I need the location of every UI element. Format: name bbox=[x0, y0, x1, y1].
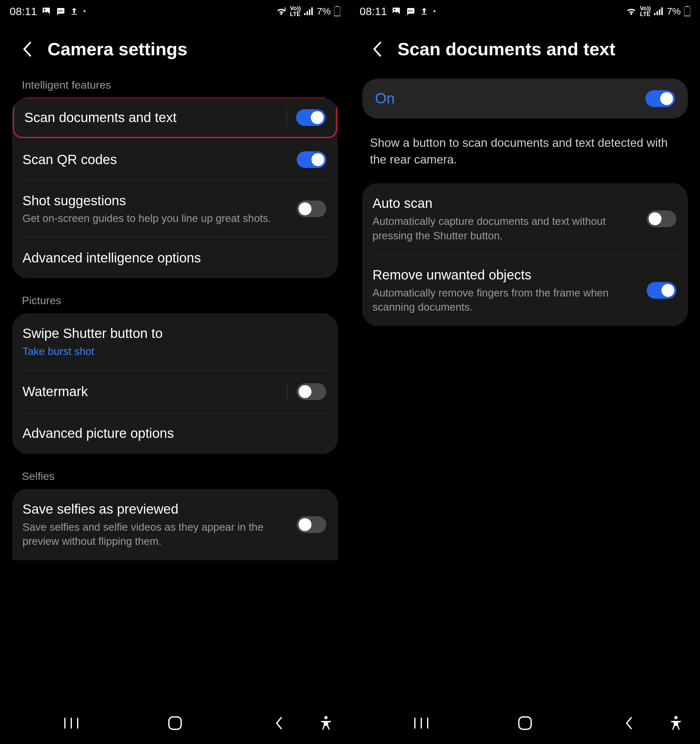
row-scan-docs[interactable]: Scan documents and text bbox=[14, 98, 336, 137]
section-selfies-label: Selfies bbox=[0, 470, 350, 489]
card-selfies: Save selfies as previewed Save selfies a… bbox=[12, 489, 338, 560]
save-selfies-sub: Save selfies and selfie videos as they a… bbox=[22, 520, 290, 549]
card-intelligent: Scan documents and text Scan QR codes Sh… bbox=[12, 98, 338, 278]
svg-point-19 bbox=[408, 10, 409, 12]
scan-docs-title: Scan documents and text bbox=[24, 109, 277, 126]
toggle-watermark[interactable] bbox=[297, 383, 326, 400]
swipe-title: Swipe Shutter button to bbox=[22, 325, 320, 342]
svg-point-1 bbox=[44, 9, 46, 10]
toggle-shot-sug[interactable] bbox=[297, 201, 326, 217]
nav-recents[interactable] bbox=[410, 712, 432, 734]
wifi-icon bbox=[276, 7, 287, 16]
toggle-master[interactable] bbox=[645, 90, 675, 107]
auto-scan-title: Auto scan bbox=[373, 195, 640, 212]
divider bbox=[287, 108, 287, 127]
toggle-scan-qr[interactable] bbox=[297, 151, 326, 168]
toggle-scan-docs[interactable] bbox=[296, 109, 325, 126]
highlight-scan-docs: Scan documents and text bbox=[13, 98, 337, 138]
svg-rect-28 bbox=[685, 15, 690, 16]
back-button[interactable] bbox=[369, 42, 385, 57]
svg-rect-5 bbox=[304, 13, 306, 15]
header: Scan documents and text bbox=[350, 22, 700, 79]
upload-icon bbox=[70, 6, 79, 16]
svg-rect-25 bbox=[661, 7, 663, 15]
feature-description: Show a button to scan documents and text… bbox=[350, 125, 700, 183]
volte-icon: Vo))LTE bbox=[640, 6, 651, 17]
swipe-sub: Take burst shot bbox=[22, 344, 320, 359]
svg-point-33 bbox=[674, 716, 678, 719]
card-scan-options: Auto scan Automatically capture document… bbox=[362, 183, 688, 326]
gallery-icon bbox=[391, 6, 401, 16]
row-auto-scan[interactable]: Auto scan Automatically capture document… bbox=[362, 183, 688, 254]
svg-point-20 bbox=[410, 10, 411, 12]
volte-icon: Vo))LTE bbox=[290, 6, 301, 17]
nav-recents[interactable] bbox=[60, 712, 83, 734]
signal-icon bbox=[654, 7, 664, 15]
row-swipe-shutter[interactable]: Swipe Shutter button to Take burst shot bbox=[12, 313, 338, 370]
messages-icon bbox=[55, 6, 65, 16]
toggle-save-selfies[interactable] bbox=[297, 516, 326, 533]
svg-point-4 bbox=[61, 10, 62, 12]
master-label: On bbox=[375, 89, 639, 108]
card-pictures: Swipe Shutter button to Take burst shot … bbox=[12, 313, 338, 454]
phone-right: 08:11 • Vo))LTE 7% Scan documents and te… bbox=[350, 0, 700, 744]
svg-rect-15 bbox=[169, 717, 181, 729]
svg-rect-6 bbox=[306, 11, 308, 15]
toggle-remove-objects[interactable] bbox=[647, 282, 676, 299]
back-button[interactable] bbox=[19, 42, 35, 57]
battery-percent: 7% bbox=[667, 6, 681, 17]
svg-point-3 bbox=[60, 10, 61, 12]
row-scan-qr[interactable]: Scan QR codes bbox=[12, 140, 338, 180]
auto-scan-sub: Automatically capture documents and text… bbox=[373, 214, 640, 243]
shot-sug-title: Shot suggestions bbox=[22, 192, 290, 210]
nav-home[interactable] bbox=[514, 712, 536, 734]
row-adv-picture[interactable]: Advanced picture options bbox=[12, 413, 338, 454]
row-adv-intel[interactable]: Advanced intelligence options bbox=[12, 238, 338, 278]
more-dot-icon: • bbox=[433, 7, 436, 16]
svg-rect-22 bbox=[654, 13, 656, 15]
row-shot-suggestions[interactable]: Shot suggestions Get on-screen guides to… bbox=[12, 180, 338, 237]
status-time: 08:11 bbox=[10, 5, 37, 18]
battery-icon bbox=[684, 6, 690, 17]
row-remove-objects[interactable]: Remove unwanted objects Automatically re… bbox=[362, 255, 688, 326]
remove-obj-sub: Automatically remove fingers from the fr… bbox=[373, 286, 640, 314]
nav-home[interactable] bbox=[164, 712, 186, 734]
toggle-auto-scan[interactable] bbox=[647, 210, 676, 227]
svg-point-21 bbox=[411, 10, 413, 12]
save-selfies-title: Save selfies as previewed bbox=[22, 500, 290, 518]
master-toggle-card: On bbox=[362, 79, 688, 119]
row-watermark[interactable]: Watermark bbox=[12, 371, 338, 413]
nav-back[interactable] bbox=[268, 712, 290, 734]
section-intelligent-label: Intelligent features bbox=[0, 79, 350, 98]
more-dot-icon: • bbox=[83, 7, 86, 16]
header: Camera settings bbox=[0, 22, 350, 79]
svg-rect-23 bbox=[656, 11, 658, 15]
nav-bar bbox=[350, 702, 700, 744]
row-master-toggle[interactable]: On bbox=[362, 79, 688, 119]
battery-icon bbox=[334, 6, 340, 17]
adv-intel-title: Advanced intelligence options bbox=[22, 249, 320, 267]
watermark-title: Watermark bbox=[22, 383, 278, 400]
status-bar: 08:11 • Vo))LTE 7% bbox=[350, 0, 700, 22]
adv-pic-title: Advanced picture options bbox=[22, 425, 320, 442]
nav-accessibility[interactable] bbox=[315, 712, 337, 734]
upload-icon bbox=[420, 6, 429, 16]
nav-accessibility[interactable] bbox=[665, 712, 687, 734]
remove-obj-title: Remove unwanted objects bbox=[373, 266, 640, 284]
shot-sug-sub: Get on-screen guides to help you line up… bbox=[22, 211, 290, 226]
row-save-selfies[interactable]: Save selfies as previewed Save selfies a… bbox=[12, 489, 338, 560]
signal-icon bbox=[304, 7, 314, 15]
battery-percent: 7% bbox=[317, 6, 331, 17]
nav-back[interactable] bbox=[617, 712, 640, 734]
status-bar: 08:11 • Vo))LTE 7% bbox=[0, 0, 350, 22]
svg-point-18 bbox=[394, 9, 395, 10]
phone-left: 08:11 • Vo))LTE 7% Camera settings Intel… bbox=[0, 0, 350, 744]
gallery-icon bbox=[42, 6, 51, 16]
status-time: 08:11 bbox=[360, 5, 387, 18]
svg-rect-7 bbox=[309, 9, 311, 15]
section-pictures-label: Pictures bbox=[0, 294, 350, 313]
svg-rect-24 bbox=[659, 9, 660, 15]
wifi-icon bbox=[626, 7, 637, 16]
svg-point-16 bbox=[324, 716, 327, 719]
page-title: Camera settings bbox=[48, 39, 187, 60]
